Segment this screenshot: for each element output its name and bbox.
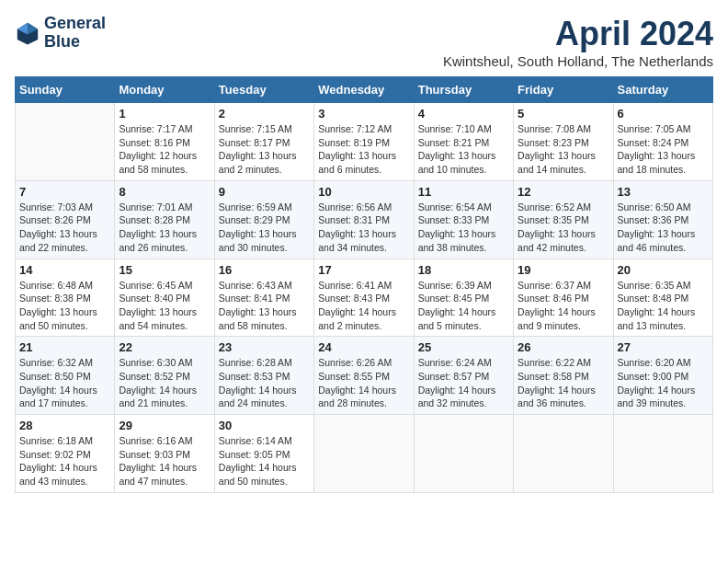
day-info: Sunrise: 6:50 AM Sunset: 8:36 PM Dayligh…: [618, 201, 709, 255]
day-number: 9: [219, 185, 310, 199]
day-number: 5: [518, 107, 609, 121]
week-row-1: 1Sunrise: 7:17 AM Sunset: 8:16 PM Daylig…: [16, 103, 713, 181]
calendar-cell: 30Sunrise: 6:14 AM Sunset: 9:05 PM Dayli…: [214, 415, 313, 493]
day-info: Sunrise: 6:24 AM Sunset: 8:57 PM Dayligh…: [418, 356, 509, 410]
calendar-cell: [414, 415, 513, 493]
day-info: Sunrise: 6:48 AM Sunset: 8:38 PM Dayligh…: [19, 279, 110, 333]
day-number: 8: [119, 185, 210, 199]
day-info: Sunrise: 6:37 AM Sunset: 8:46 PM Dayligh…: [518, 279, 609, 333]
day-number: 18: [418, 263, 509, 277]
week-row-4: 21Sunrise: 6:32 AM Sunset: 8:50 PM Dayli…: [16, 337, 713, 415]
day-info: Sunrise: 6:30 AM Sunset: 8:52 PM Dayligh…: [119, 356, 210, 410]
day-number: 14: [19, 263, 110, 277]
day-number: 3: [318, 107, 409, 121]
day-info: Sunrise: 7:08 AM Sunset: 8:23 PM Dayligh…: [518, 122, 609, 177]
day-number: 15: [119, 263, 210, 277]
week-row-3: 14Sunrise: 6:48 AM Sunset: 8:38 PM Dayli…: [16, 259, 713, 337]
calendar-cell: 18Sunrise: 6:39 AM Sunset: 8:45 PM Dayli…: [414, 259, 513, 337]
calendar-cell: 7Sunrise: 7:03 AM Sunset: 8:26 PM Daylig…: [16, 180, 115, 259]
calendar-cell: 19Sunrise: 6:37 AM Sunset: 8:46 PM Dayli…: [514, 259, 613, 337]
col-header-saturday: Saturday: [613, 77, 712, 103]
day-info: Sunrise: 6:26 AM Sunset: 8:55 PM Dayligh…: [318, 356, 409, 410]
subtitle: Kwintsheul, South Holland, The Netherlan…: [443, 53, 713, 69]
logo-icon: [15, 20, 40, 46]
col-header-sunday: Sunday: [16, 77, 115, 103]
calendar-header-row: SundayMondayTuesdayWednesdayThursdayFrid…: [16, 77, 713, 103]
col-header-friday: Friday: [514, 77, 613, 103]
day-info: Sunrise: 6:41 AM Sunset: 8:43 PM Dayligh…: [318, 279, 409, 333]
day-number: 12: [518, 185, 609, 199]
day-number: 29: [119, 419, 210, 432]
calendar-cell: 9Sunrise: 6:59 AM Sunset: 8:29 PM Daylig…: [214, 180, 313, 259]
day-info: Sunrise: 6:18 AM Sunset: 9:02 PM Dayligh…: [19, 434, 110, 488]
calendar-cell: 2Sunrise: 7:15 AM Sunset: 8:17 PM Daylig…: [214, 103, 313, 181]
day-info: Sunrise: 6:52 AM Sunset: 8:35 PM Dayligh…: [518, 201, 609, 255]
calendar-cell: 27Sunrise: 6:20 AM Sunset: 9:00 PM Dayli…: [613, 337, 712, 415]
day-number: 19: [518, 263, 609, 277]
calendar-cell: 1Sunrise: 7:17 AM Sunset: 8:16 PM Daylig…: [115, 103, 214, 181]
calendar-cell: 23Sunrise: 6:28 AM Sunset: 8:53 PM Dayli…: [214, 337, 313, 415]
day-info: Sunrise: 7:12 AM Sunset: 8:19 PM Dayligh…: [318, 122, 409, 177]
day-number: 10: [318, 185, 409, 199]
calendar-cell: 22Sunrise: 6:30 AM Sunset: 8:52 PM Dayli…: [115, 337, 214, 415]
calendar-cell: 5Sunrise: 7:08 AM Sunset: 8:23 PM Daylig…: [514, 103, 613, 181]
day-number: 28: [19, 419, 110, 432]
calendar-cell: [314, 415, 414, 493]
day-number: 24: [318, 340, 409, 354]
calendar-cell: 17Sunrise: 6:41 AM Sunset: 8:43 PM Dayli…: [314, 259, 414, 337]
calendar-cell: 14Sunrise: 6:48 AM Sunset: 8:38 PM Dayli…: [16, 259, 115, 337]
day-number: 11: [418, 185, 509, 199]
calendar-cell: 3Sunrise: 7:12 AM Sunset: 8:19 PM Daylig…: [314, 103, 414, 181]
calendar-cell: 8Sunrise: 7:01 AM Sunset: 8:28 PM Daylig…: [115, 180, 214, 259]
day-number: 17: [318, 263, 409, 277]
day-info: Sunrise: 6:43 AM Sunset: 8:41 PM Dayligh…: [219, 279, 310, 333]
day-info: Sunrise: 7:15 AM Sunset: 8:17 PM Dayligh…: [219, 122, 310, 177]
week-row-5: 28Sunrise: 6:18 AM Sunset: 9:02 PM Dayli…: [16, 415, 713, 493]
day-number: 2: [219, 107, 310, 121]
day-number: 21: [19, 340, 110, 354]
calendar-cell: 29Sunrise: 6:16 AM Sunset: 9:03 PM Dayli…: [115, 415, 214, 493]
col-header-thursday: Thursday: [414, 77, 513, 103]
main-title: April 2024: [443, 15, 713, 53]
calendar-cell: 6Sunrise: 7:05 AM Sunset: 8:24 PM Daylig…: [613, 103, 712, 181]
col-header-wednesday: Wednesday: [314, 77, 414, 103]
day-info: Sunrise: 6:59 AM Sunset: 8:29 PM Dayligh…: [219, 201, 310, 255]
day-info: Sunrise: 6:20 AM Sunset: 9:00 PM Dayligh…: [618, 356, 709, 410]
day-info: Sunrise: 7:01 AM Sunset: 8:28 PM Dayligh…: [119, 201, 210, 255]
day-number: 30: [219, 419, 310, 432]
calendar-cell: 24Sunrise: 6:26 AM Sunset: 8:55 PM Dayli…: [314, 337, 414, 415]
col-header-monday: Monday: [115, 77, 214, 103]
day-number: 6: [618, 107, 709, 121]
title-area: April 2024 Kwintsheul, South Holland, Th…: [443, 15, 713, 69]
day-info: Sunrise: 7:10 AM Sunset: 8:21 PM Dayligh…: [418, 122, 509, 177]
day-info: Sunrise: 6:32 AM Sunset: 8:50 PM Dayligh…: [19, 356, 110, 410]
day-info: Sunrise: 6:39 AM Sunset: 8:45 PM Dayligh…: [418, 279, 509, 333]
calendar-cell: [16, 103, 115, 181]
col-header-tuesday: Tuesday: [214, 77, 313, 103]
calendar-cell: [613, 415, 712, 493]
calendar-cell: 4Sunrise: 7:10 AM Sunset: 8:21 PM Daylig…: [414, 103, 513, 181]
calendar-cell: [514, 415, 613, 493]
day-number: 26: [518, 340, 609, 354]
day-number: 20: [618, 263, 709, 277]
day-info: Sunrise: 6:22 AM Sunset: 8:58 PM Dayligh…: [518, 356, 609, 410]
day-info: Sunrise: 7:17 AM Sunset: 8:16 PM Dayligh…: [119, 122, 210, 177]
day-info: Sunrise: 7:05 AM Sunset: 8:24 PM Dayligh…: [618, 122, 709, 177]
calendar-cell: 15Sunrise: 6:45 AM Sunset: 8:40 PM Dayli…: [115, 259, 214, 337]
day-info: Sunrise: 6:54 AM Sunset: 8:33 PM Dayligh…: [418, 201, 509, 255]
calendar-cell: 12Sunrise: 6:52 AM Sunset: 8:35 PM Dayli…: [514, 180, 613, 259]
day-number: 1: [119, 107, 210, 121]
day-number: 4: [418, 107, 509, 121]
day-number: 16: [219, 263, 310, 277]
day-number: 25: [418, 340, 509, 354]
calendar-cell: 16Sunrise: 6:43 AM Sunset: 8:41 PM Dayli…: [214, 259, 313, 337]
logo: General Blue: [15, 15, 106, 52]
calendar-cell: 28Sunrise: 6:18 AM Sunset: 9:02 PM Dayli…: [16, 415, 115, 493]
calendar-cell: 26Sunrise: 6:22 AM Sunset: 8:58 PM Dayli…: [514, 337, 613, 415]
calendar-table: SundayMondayTuesdayWednesdayThursdayFrid…: [15, 76, 713, 493]
header: General Blue April 2024 Kwintsheul, Sout…: [15, 15, 713, 69]
day-info: Sunrise: 7:03 AM Sunset: 8:26 PM Dayligh…: [19, 201, 110, 255]
calendar-cell: 10Sunrise: 6:56 AM Sunset: 8:31 PM Dayli…: [314, 180, 414, 259]
calendar-cell: 11Sunrise: 6:54 AM Sunset: 8:33 PM Dayli…: [414, 180, 513, 259]
day-info: Sunrise: 6:45 AM Sunset: 8:40 PM Dayligh…: [119, 279, 210, 333]
